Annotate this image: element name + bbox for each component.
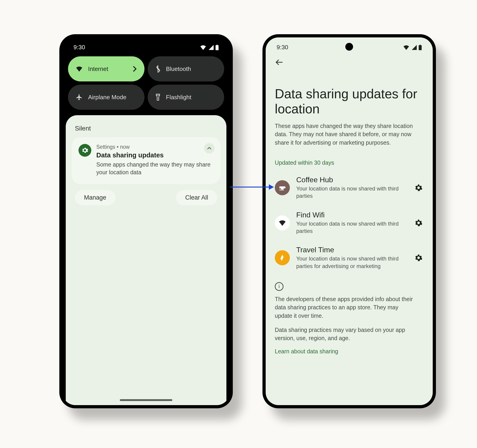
- info-icon: i: [275, 282, 283, 291]
- chevron-right-icon: [133, 66, 137, 72]
- status-icons: [403, 45, 422, 50]
- notification-card[interactable]: Settings • now Data sharing updates Some…: [72, 137, 221, 184]
- notification-body: Some apps changed the way they may share…: [96, 161, 214, 176]
- info-paragraph: Data sharing practices may vary based on…: [275, 326, 416, 342]
- arrow-left-icon: [275, 59, 283, 65]
- app-icon: [275, 215, 290, 230]
- page-title: Data sharing updates for location: [266, 68, 433, 121]
- app-description: Your location data is now shared with th…: [296, 220, 407, 235]
- gear-icon: [415, 184, 423, 192]
- phone-notification-shade: 9:30 Internet Bluetooth: [59, 34, 233, 408]
- flow-arrow: [230, 187, 274, 188]
- bluetooth-icon: [155, 65, 161, 72]
- qs-tile-airplane[interactable]: Airplane Mode: [68, 85, 144, 110]
- app-name: Travel Time: [296, 246, 407, 254]
- app-row[interactable]: Travel TimeYour location data is now sha…: [266, 240, 433, 275]
- app-row[interactable]: Find WifiYour location data is now share…: [266, 205, 433, 240]
- status-bar: 9:30: [63, 37, 230, 54]
- camera-hole: [345, 43, 353, 51]
- app-name: Find Wifi: [296, 211, 407, 219]
- clear-all-button[interactable]: Clear All: [176, 190, 217, 205]
- app-description: Your location data is now shared with th…: [296, 255, 407, 270]
- quick-settings-tiles: Internet Bluetooth Airplane Mode Flashli…: [63, 54, 230, 115]
- page-subtitle: These apps have changed the way they sha…: [266, 121, 433, 147]
- notification-section-silent: Silent: [72, 123, 221, 137]
- cell-signal-icon: [208, 45, 214, 50]
- info-block: i The developers of these apps provided …: [266, 275, 433, 355]
- airplane-icon: [76, 94, 83, 100]
- chevron-up-icon: [207, 147, 212, 150]
- clock: 9:30: [73, 44, 85, 51]
- qs-tile-flashlight[interactable]: Flashlight: [148, 85, 224, 110]
- app-settings-button[interactable]: [414, 183, 423, 193]
- app-icon: [275, 180, 290, 195]
- app-name: Coffee Hub: [296, 176, 407, 184]
- status-icons: [200, 45, 219, 50]
- app-icon: [275, 250, 290, 265]
- qs-tile-bluetooth[interactable]: Bluetooth: [148, 56, 224, 82]
- wifi-icon: [200, 45, 206, 50]
- phone-settings-page: 9:30 Data sharing updates for location T…: [262, 34, 436, 408]
- gear-icon: [415, 254, 423, 262]
- notification-app-line: Settings • now: [96, 144, 214, 150]
- qs-tile-internet[interactable]: Internet: [68, 56, 144, 82]
- notification-panel: Silent Settings • now Data sharing updat…: [66, 115, 227, 405]
- app-settings-button[interactable]: [414, 253, 423, 263]
- app-settings-button[interactable]: [414, 218, 423, 228]
- notification-title: Data sharing updates: [96, 152, 214, 159]
- app-row[interactable]: Coffee HubYour location data is now shar…: [266, 170, 433, 205]
- settings-app-icon: [78, 144, 91, 157]
- battery-icon: [418, 45, 422, 50]
- app-description: Your location data is now shared with th…: [296, 185, 407, 200]
- home-indicator[interactable]: [120, 399, 172, 401]
- qs-tile-label: Bluetooth: [166, 65, 191, 72]
- learn-more-link[interactable]: Learn about data sharing: [275, 348, 423, 355]
- qs-tile-label: Airplane Mode: [88, 94, 126, 101]
- gear-icon: [415, 219, 423, 227]
- qs-tile-label: Internet: [88, 65, 108, 72]
- section-updated-label: Updated within 30 days: [266, 147, 433, 170]
- gear-icon: [82, 147, 88, 154]
- flashlight-icon: [155, 94, 161, 101]
- info-paragraph: The developers of these apps provided in…: [275, 295, 416, 320]
- manage-button[interactable]: Manage: [75, 190, 115, 205]
- back-button[interactable]: [274, 56, 285, 68]
- wifi-icon: [76, 66, 83, 72]
- collapse-button[interactable]: [204, 143, 215, 153]
- cell-signal-icon: [411, 45, 417, 50]
- wifi-icon: [403, 45, 409, 50]
- clock: 9:30: [277, 44, 288, 51]
- qs-tile-label: Flashlight: [166, 94, 191, 101]
- battery-icon: [215, 45, 219, 50]
